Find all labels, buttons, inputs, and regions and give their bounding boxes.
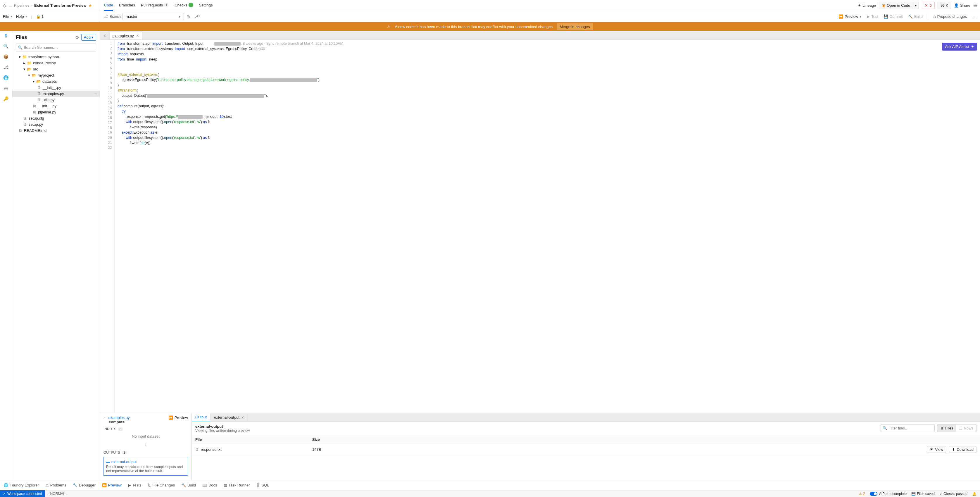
task-icon: ▦: [224, 483, 227, 487]
search-icon: 🔍: [883, 426, 887, 430]
keyboard-shortcut-button[interactable]: ⌘ K: [938, 2, 951, 9]
preview-label: Preview: [845, 14, 858, 19]
help-menu[interactable]: Help: [16, 14, 27, 19]
more-icon[interactable]: ⋯: [94, 91, 97, 96]
outputs-count: 1: [122, 451, 127, 454]
ask-aip-button[interactable]: Ask AIP Assist ✦: [942, 43, 977, 51]
bt-build[interactable]: 🔨Build: [181, 483, 196, 487]
tab-code[interactable]: Code: [104, 0, 113, 11]
rail-search-icon[interactable]: 🔍: [3, 43, 9, 49]
rail-git-icon[interactable]: ⎇: [3, 65, 8, 70]
close-icon[interactable]: ✕: [241, 416, 244, 419]
chevron-down-icon: ▾: [92, 35, 94, 40]
hammer-icon: 🔨: [181, 483, 186, 487]
gear-icon[interactable]: ⚙: [75, 35, 79, 40]
menu-icon[interactable]: ☰: [973, 3, 977, 8]
bt-explorer[interactable]: 🌐Foundry Explorer: [3, 483, 39, 487]
file-icon: 🗎: [33, 110, 37, 114]
open-in-code-dropdown[interactable]: ▾: [913, 2, 919, 9]
merge-changes-button[interactable]: Merge in changes: [557, 23, 593, 30]
test-button[interactable]: ▶ Test: [867, 14, 878, 19]
lineage-icon: ✦: [858, 3, 861, 8]
play-forward-icon: ⏩: [838, 14, 843, 19]
tab-settings[interactable]: Settings: [199, 0, 213, 11]
rail-key-icon[interactable]: 🔑: [3, 96, 9, 102]
results-title: external-output: [195, 424, 251, 429]
check-icon: ✓: [3, 492, 6, 496]
io-file-link[interactable]: examples.py: [108, 416, 130, 420]
tree-file[interactable]: 🗎README.md: [12, 127, 100, 134]
commit-button[interactable]: 💾 Commit: [883, 14, 903, 19]
bt-problems[interactable]: ⚠Problems: [45, 483, 66, 487]
close-icon[interactable]: ✕: [136, 33, 139, 38]
bt-sql[interactable]: 🛢SQL: [256, 483, 269, 487]
preview-button[interactable]: ⏩ Preview ▾: [838, 14, 862, 19]
tree-file[interactable]: 🗎utils.py: [12, 97, 100, 103]
tree-folder[interactable]: ▾📂datasets: [12, 78, 100, 84]
tree-file[interactable]: 🗎__init__.py: [12, 84, 100, 91]
code-content[interactable]: from transforms.api import transform, Ou…: [115, 40, 980, 413]
tab-checks[interactable]: Checks: [175, 0, 193, 11]
bt-docs[interactable]: 📖Docs: [202, 483, 217, 487]
propose-changes-button[interactable]: ⎌ Propose changes: [934, 14, 967, 19]
rail-globe-icon[interactable]: 🌐: [3, 75, 9, 80]
preview-mini-button[interactable]: ⏩ Preview: [169, 416, 188, 420]
tree-file[interactable]: 🗎setup.py: [12, 121, 100, 127]
cmd-icon: ⌘: [940, 3, 944, 8]
rail-target-icon[interactable]: ◎: [4, 86, 8, 91]
bt-task[interactable]: ▦Task Runner: [224, 483, 250, 487]
results-tab-output[interactable]: Output: [192, 413, 210, 421]
line-gutter: 12345678910111213141516171819202122: [100, 40, 115, 413]
open-in-code-button[interactable]: ▣ Open in Code: [879, 2, 913, 9]
lineage-button[interactable]: ✦ Lineage: [858, 3, 876, 8]
back-icon[interactable]: ←: [103, 416, 107, 420]
file-tree: ▾📁transforms-python ▸📁conda_recipe ▾📂src…: [12, 54, 100, 134]
code-editor[interactable]: Ask AIP Assist ✦ 12345678910111213141516…: [100, 40, 980, 413]
tree-file[interactable]: 🗎__init__.py: [12, 103, 100, 109]
tab-branches[interactable]: Branches: [119, 0, 135, 11]
filter-files-input[interactable]: [881, 424, 935, 432]
file-icon: 🗎: [37, 91, 41, 96]
rail-files-icon[interactable]: 🗎: [4, 33, 8, 38]
workspace-status[interactable]: ✓ Workspace connected: [0, 490, 45, 497]
locks-indicator[interactable]: 🔒 1: [36, 14, 44, 19]
build-button[interactable]: 🔨 Build: [908, 14, 923, 19]
folder-icon: 📂: [27, 67, 32, 71]
files-mode-button[interactable]: 🗎Files: [937, 424, 956, 432]
tree-folder[interactable]: ▾📂src: [12, 66, 100, 72]
tree-file-selected[interactable]: 🗎examples.py⋯: [12, 91, 100, 97]
bt-file-changes[interactable]: ⇅File Changes: [148, 483, 175, 487]
edit-icon[interactable]: ✎: [187, 14, 191, 19]
bt-tests[interactable]: ▶Tests: [128, 483, 141, 487]
share-button[interactable]: 👤 Share: [954, 3, 970, 8]
results-tab-external[interactable]: external-output ✕: [210, 414, 248, 421]
add-button[interactable]: Add ▾: [81, 34, 96, 41]
warnings-indicator[interactable]: ⚠ 2: [859, 492, 865, 496]
rail-package-icon[interactable]: 📦: [3, 54, 9, 59]
tree-folder[interactable]: ▾📁transforms-python: [12, 54, 100, 60]
tree-file[interactable]: 🗎pipeline.py: [12, 109, 100, 115]
file-menu[interactable]: File: [3, 14, 12, 19]
tree-folder[interactable]: ▸📁conda_recipe: [12, 60, 100, 66]
aip-toggle[interactable]: AIP autocomplete: [870, 492, 907, 496]
warning-icon: ⚠: [45, 483, 49, 487]
rows-mode-button[interactable]: ☰Rows: [956, 424, 976, 432]
more-icon[interactable]: ⋯: [972, 14, 977, 19]
bt-preview[interactable]: ⏩Preview: [102, 483, 122, 487]
output-card[interactable]: ▬external-output Result may be calculate…: [103, 457, 188, 476]
branch-selector[interactable]: ⎇ Branch master ▾: [103, 13, 184, 20]
file-search-input[interactable]: [16, 43, 96, 51]
tree-file[interactable]: 🗎setup.cfg: [12, 115, 100, 121]
home-tab[interactable]: ⌂: [102, 32, 109, 38]
errors-button[interactable]: ✕ 6: [922, 2, 934, 9]
star-icon[interactable]: ★: [88, 3, 92, 8]
new-branch-icon[interactable]: ⎇⁺: [194, 14, 201, 19]
view-button[interactable]: 👁View: [927, 446, 946, 453]
download-button[interactable]: ⬇Download: [949, 446, 977, 453]
tree-folder[interactable]: ▾📂myproject: [12, 72, 100, 78]
bell-icon[interactable]: 🔔: [972, 492, 977, 496]
tab-pull-requests[interactable]: Pull requests 1: [141, 0, 169, 11]
breadcrumb-parent[interactable]: Pipelines: [14, 3, 30, 8]
bt-debugger[interactable]: 🔧Debugger: [73, 483, 95, 487]
editor-tab[interactable]: examples.py ✕: [109, 32, 142, 40]
